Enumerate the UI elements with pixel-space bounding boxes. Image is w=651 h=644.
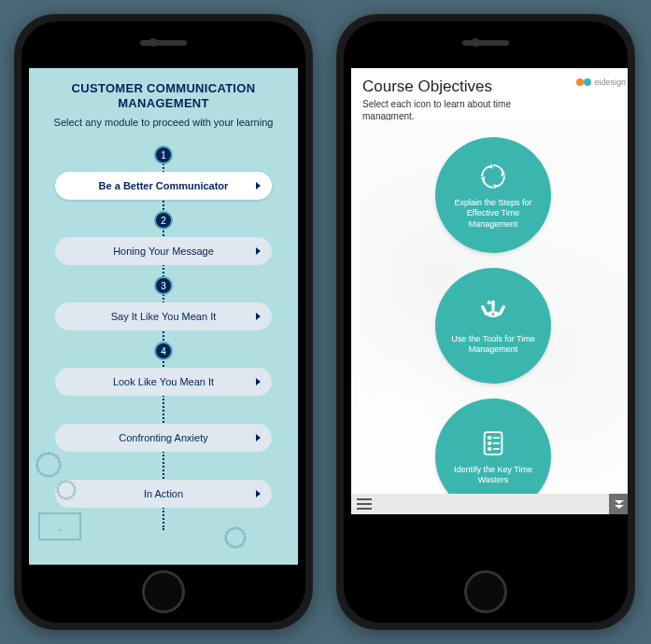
menu-button[interactable] <box>357 498 372 510</box>
play-arrow-icon <box>256 182 261 189</box>
brand-logo: eidesign <box>576 77 626 87</box>
module-look-like-you-mean-it[interactable]: Look Like You Mean It <box>55 368 272 396</box>
objectives-header: Course Objectives Select each icon to le… <box>351 68 628 122</box>
objective-label: Identify the Key Time Wasters <box>446 465 540 486</box>
checklist-icon <box>477 427 509 459</box>
step-badge-3: 3 <box>154 276 173 295</box>
gear-icon <box>57 481 76 499</box>
module-say-it-like-you-mean-it[interactable]: Say It Like You Mean It <box>55 302 272 330</box>
play-arrow-icon <box>256 313 261 320</box>
step-badge-1: 1 <box>154 146 173 164</box>
objective-explain-steps[interactable]: Explain the Steps for Effective Time Man… <box>435 137 551 253</box>
gear-icon <box>225 527 246 548</box>
background-decoration <box>29 397 298 565</box>
svg-rect-12 <box>488 447 491 450</box>
module-label: Look Like You Mean It <box>113 376 214 387</box>
bottom-toolbar <box>351 494 628 514</box>
gear-icon <box>36 453 61 477</box>
phone-speaker-icon <box>140 40 187 46</box>
objective-use-tools[interactable]: Use the Tools for Time Management <box>435 268 551 384</box>
screen-right: Course Objectives Select each icon to le… <box>351 68 628 514</box>
svg-rect-13 <box>493 437 500 439</box>
hamburger-icon <box>357 508 372 510</box>
step-badge-4: 4 <box>154 342 173 360</box>
svg-point-8 <box>492 313 495 315</box>
objectives-list: Explain the Steps for Effective Time Man… <box>351 122 628 514</box>
svg-rect-15 <box>493 448 500 450</box>
objective-label: Use the Tools for Time Management <box>446 334 540 356</box>
module-honing-your-message[interactable]: Honing Your Message <box>55 237 272 265</box>
module-label: Be a Better Communicator <box>99 180 229 191</box>
phone-home-button[interactable] <box>142 570 185 613</box>
tools-icon <box>477 297 509 329</box>
scroll-down-button[interactable] <box>609 494 628 514</box>
svg-rect-5 <box>480 304 488 315</box>
hamburger-icon <box>357 498 372 500</box>
hamburger-icon <box>357 503 372 505</box>
envelope-icon <box>38 512 81 540</box>
svg-rect-14 <box>493 442 500 444</box>
course-title: CUSTOMER COMMUNICATION MANAGEMENT <box>46 81 281 110</box>
module-label: Honing Your Message <box>113 245 214 257</box>
step-badge-2: 2 <box>154 211 173 230</box>
brand-dot-icon <box>584 78 591 86</box>
chevron-down-icon <box>615 500 624 504</box>
play-arrow-icon <box>256 378 261 385</box>
course-header: CUSTOMER COMMUNICATION MANAGEMENT Select… <box>29 68 298 134</box>
module-be-a-better-communicator[interactable]: Be a Better Communicator <box>55 172 272 200</box>
svg-rect-6 <box>498 304 506 315</box>
phone-speaker-icon <box>462 40 509 46</box>
svg-rect-11 <box>488 441 491 444</box>
course-subtitle: Select any module to proceed with your l… <box>46 116 281 129</box>
brand-dot-icon <box>576 78 584 86</box>
cycle-icon <box>477 161 509 192</box>
phone-mockup-left: CUSTOMER COMMUNICATION MANAGEMENT Select… <box>14 14 313 630</box>
phone-home-button[interactable] <box>464 570 507 613</box>
objectives-subtitle: Select each icon to learn about time man… <box>362 99 531 122</box>
svg-rect-7 <box>491 300 494 311</box>
play-arrow-icon <box>256 247 261 255</box>
chevron-down-icon <box>615 505 624 509</box>
phone-bezel: CUSTOMER COMMUNICATION MANAGEMENT Select… <box>21 21 305 623</box>
phone-bezel: Course Objectives Select each icon to le… <box>344 21 628 623</box>
brand-text: eidesign <box>594 77 626 87</box>
screen-left: CUSTOMER COMMUNICATION MANAGEMENT Select… <box>29 68 298 565</box>
objective-label: Explain the Steps for Effective Time Man… <box>446 198 540 230</box>
phone-mockup-right: Course Objectives Select each icon to le… <box>336 14 635 630</box>
module-label: Say It Like You Mean It <box>111 311 217 322</box>
svg-rect-10 <box>488 436 491 439</box>
